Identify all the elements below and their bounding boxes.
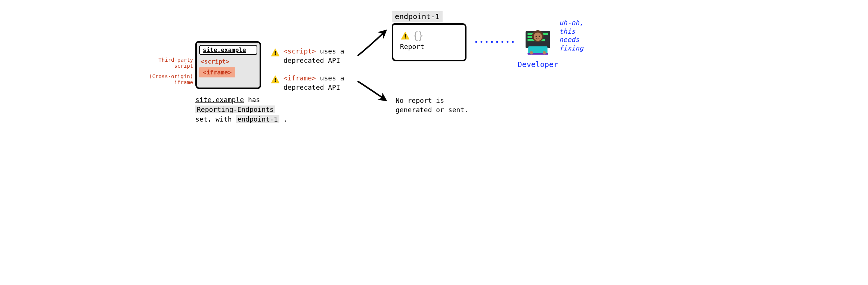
warning-icon (400, 31, 410, 40)
message-iframe-deprecated: <iframe> uses a deprecated API (283, 73, 358, 92)
warning-icon (270, 75, 280, 84)
developer-thought: uh-oh, this needs fixing (559, 19, 604, 52)
svg-point-9 (539, 36, 540, 37)
annotation-third-party-script: Third-party script (148, 57, 193, 69)
message-script-deprecated: <script> uses a deprecated API (283, 46, 358, 65)
svg-point-7 (534, 33, 542, 41)
annotation-cross-origin-iframe: (Cross-origin) iframe (146, 73, 193, 85)
endpoint-box: {} Report (392, 23, 466, 61)
svg-point-12 (530, 51, 533, 55)
endpoint-label: endpoint-1 (392, 11, 443, 22)
browser-url-bar: site.example (199, 45, 257, 55)
dotted-connector (475, 39, 520, 45)
browser-iframe-tag: <iframe> (199, 67, 235, 77)
developer-icon (522, 23, 554, 55)
svg-point-13 (543, 51, 546, 55)
curly-brace-icon: {} (413, 30, 423, 41)
developer-label: Developer (514, 60, 562, 69)
browser-caption: site.example has Reporting-Endpoints set… (195, 95, 292, 124)
browser-mock: site.example <script> <iframe> (195, 41, 261, 89)
svg-point-8 (536, 36, 537, 37)
arrow-to-no-report (356, 79, 390, 105)
developer-illustration (522, 23, 554, 57)
browser-script-tag: <script> (199, 57, 257, 66)
warning-icon (270, 48, 280, 57)
report-text: Report (400, 43, 458, 50)
no-report-text: No report is generated or sent. (396, 96, 481, 114)
arrow-to-endpoint (356, 26, 390, 60)
